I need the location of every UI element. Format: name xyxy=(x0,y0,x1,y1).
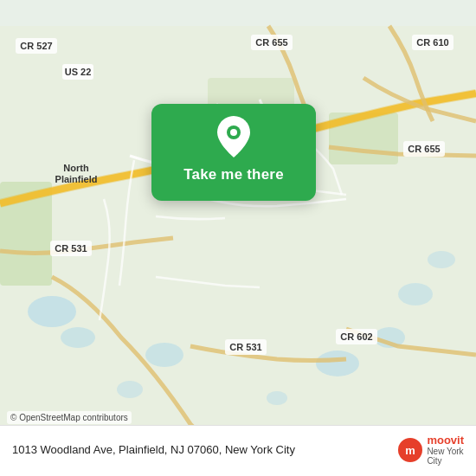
location-pin xyxy=(215,118,253,156)
svg-point-2 xyxy=(61,327,95,348)
svg-point-1 xyxy=(28,296,76,327)
svg-text:CR 610: CR 610 xyxy=(416,37,448,48)
svg-text:Plainfield: Plainfield xyxy=(55,174,98,184)
svg-text:CR 531: CR 531 xyxy=(55,243,87,254)
svg-point-3 xyxy=(145,343,183,367)
map-svg: CR 527 US 22 CR 655 CR 610 CR 655 North … xyxy=(0,0,476,476)
bottom-bar: 1013 Woodland Ave, Plainfield, NJ 07060,… xyxy=(0,425,476,476)
moovit-icon: m xyxy=(398,438,422,462)
svg-point-32 xyxy=(230,129,237,136)
svg-point-9 xyxy=(267,391,287,405)
moovit-badge: m moovit New YorkCity xyxy=(398,434,464,466)
svg-point-4 xyxy=(316,351,359,376)
svg-text:CR 602: CR 602 xyxy=(340,331,372,342)
svg-text:CR 527: CR 527 xyxy=(20,41,52,51)
svg-text:m: m xyxy=(406,444,416,457)
map-container: CR 527 US 22 CR 655 CR 610 CR 655 North … xyxy=(0,0,476,476)
svg-text:CR 655: CR 655 xyxy=(408,144,440,154)
svg-text:North: North xyxy=(63,163,89,173)
svg-point-7 xyxy=(428,251,455,268)
svg-point-6 xyxy=(398,283,433,306)
svg-text:US 22: US 22 xyxy=(65,67,92,77)
address-text: 1013 Woodland Ave, Plainfield, NJ 07060,… xyxy=(12,442,389,458)
osm-attribution: © OpenStreetMap contributors xyxy=(7,411,132,424)
moovit-city: New YorkCity xyxy=(427,447,464,466)
moovit-label: moovit xyxy=(427,434,464,447)
location-card: Take me there xyxy=(151,104,316,201)
svg-text:CR 655: CR 655 xyxy=(255,37,287,48)
take-me-there-button[interactable]: Take me there xyxy=(183,164,284,185)
svg-text:CR 531: CR 531 xyxy=(229,342,261,352)
svg-point-8 xyxy=(117,381,143,398)
